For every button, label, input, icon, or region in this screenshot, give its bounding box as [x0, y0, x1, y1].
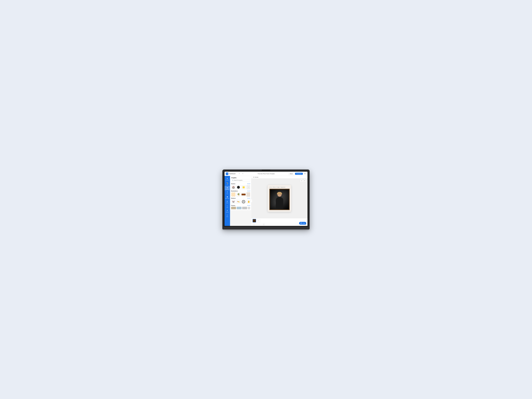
search-icon: 🔍: [232, 180, 233, 181]
animate-bar: Animate: [251, 176, 308, 178]
frame-item-2[interactable]: [237, 207, 241, 209]
background-label: Background: [225, 198, 229, 199]
vector-arrow[interactable]: ▷: [247, 185, 250, 190]
hand-icon: 🤚: [247, 200, 250, 203]
sidebar-item-uploads[interactable]: ⬆ Uploads: [224, 209, 230, 213]
frames-see-all[interactable]: See all: [247, 205, 250, 206]
top-bar-center: Free Arts Photo Frame Template: [244, 173, 288, 174]
illustrations-see-all[interactable]: See all: [247, 190, 250, 191]
sidebar-item-more[interactable]: ••• More: [224, 213, 230, 218]
illustration-dots[interactable]: [231, 192, 235, 197]
vector-star[interactable]: 🌟: [241, 185, 246, 190]
illustration-chocolate[interactable]: [241, 192, 246, 197]
more-label: More: [226, 216, 228, 217]
illustration-palm[interactable]: 🌴: [236, 192, 241, 197]
vector-castle[interactable]: 🏰: [231, 185, 235, 190]
photo-frame: [269, 189, 290, 210]
sidebar-item-templates[interactable]: ⊞ Templates: [224, 177, 230, 181]
vectors-see-all[interactable]: See all: [247, 183, 250, 184]
graphics-icon: ◈: [226, 187, 228, 189]
sidebar-item-graphics[interactable]: ◈ Graphics: [224, 186, 230, 190]
text-icon: T: [226, 191, 228, 193]
frame-item-1[interactable]: [231, 207, 236, 209]
copy-canvas-button[interactable]: ⊕: [304, 179, 306, 182]
photo-inner: [270, 189, 289, 209]
redo-button[interactable]: ↪: [241, 172, 244, 175]
undo-button[interactable]: ↩: [238, 172, 241, 175]
main-area: ⊞ Templates ✏️ Fill ◈ Graphics: [224, 176, 308, 226]
panel-title: Graphic: [230, 176, 251, 179]
animate-button[interactable]: Animate: [253, 177, 259, 178]
canvas-title: Arts Photo Frame Template: [269, 187, 289, 188]
pencil-icon: ✏️: [237, 200, 240, 203]
top-bar-right: Share Download •••: [288, 172, 306, 175]
mickey-icon: 🐭: [232, 200, 235, 203]
add-page-button[interactable]: +: [257, 219, 260, 222]
sidebar-item-fill[interactable]: ✏️ Fill: [224, 181, 230, 186]
canvas-card: Arts Photo Frame Template: [268, 185, 291, 212]
graphics-label: Graphics: [226, 189, 229, 190]
logo-label: Logo: [226, 207, 228, 208]
uploads-icon: ⬆: [226, 209, 228, 211]
thumbnail-strip: +: [251, 218, 308, 223]
stickers-see-all[interactable]: See all: [247, 198, 250, 199]
more-options-button[interactable]: •••: [304, 172, 306, 175]
vector-circle[interactable]: [236, 185, 241, 190]
divider: [237, 173, 237, 175]
uploads-label: Uploads: [226, 212, 229, 212]
illustrations-grid: 🌴 ›: [231, 192, 250, 197]
top-bar-left: T Dashboard ↩ ↪: [226, 172, 244, 175]
sticker-hand[interactable]: 🤚: [247, 200, 250, 204]
app-container: T Dashboard ↩ ↪ Free Arts Photo Frame Te…: [224, 172, 308, 226]
fill-icon: ✏️: [226, 182, 228, 184]
zoom-out-button[interactable]: −: [253, 223, 255, 225]
sidebar-item-text[interactable]: T Text: [224, 190, 230, 195]
frames-section-header: Frames See all: [231, 205, 250, 206]
canvas-area: Animate ⊡ ⊕: [251, 176, 308, 226]
document-title: Free Arts Photo Frame Template: [258, 173, 275, 174]
expand-canvas-button[interactable]: ⊡: [300, 179, 303, 182]
frame-item-4[interactable]: [248, 207, 250, 209]
search-input[interactable]: [234, 180, 249, 181]
zoom-in-button[interactable]: +: [263, 223, 265, 225]
top-bar: T Dashboard ↩ ↪ Free Arts Photo Frame Te…: [224, 172, 308, 176]
laptop-base: [224, 227, 308, 229]
download-button[interactable]: Download: [295, 173, 303, 175]
share-button[interactable]: Share: [288, 173, 294, 175]
laptop-bottom: [222, 229, 310, 229]
sticker-wheel[interactable]: [241, 200, 246, 204]
logo-icon-sidebar: ☺: [226, 205, 228, 207]
tables-label: Tables: [226, 203, 228, 203]
palm-icon: 🌴: [237, 193, 240, 196]
lightning-icon: [253, 177, 254, 178]
frame-item-3[interactable]: [242, 207, 247, 209]
dots-pattern: [231, 192, 235, 196]
templates-icon: ⊞: [226, 177, 228, 179]
person-head: [277, 192, 282, 197]
stickers-grid: 🐭 ✏️: [231, 200, 250, 204]
frames-title: Frames: [231, 205, 235, 206]
illustrations-title: Illustrations: [231, 190, 238, 192]
panel-content: Vectors See all 🏰: [230, 182, 251, 210]
chat-button[interactable]: Chat: [299, 222, 306, 225]
dashboard-link[interactable]: Dashboard: [229, 173, 235, 175]
person-figure: [274, 192, 285, 209]
illustration-extra[interactable]: [247, 192, 250, 197]
sidebar-item-logo[interactable]: ☺ Logo: [224, 204, 230, 209]
thumbnail-1[interactable]: [253, 219, 256, 222]
sidebar-item-background[interactable]: ▣ Background: [224, 195, 230, 199]
vectors-section-header: Vectors See all: [231, 183, 250, 184]
zoom-controls: − +: [253, 223, 265, 225]
zoom-slider-track: [256, 224, 262, 225]
search-bar[interactable]: 🔍: [231, 179, 250, 181]
illustrations-section-header: Illustrations See all: [231, 190, 250, 192]
screen: T Dashboard ↩ ↪ Free Arts Photo Frame Te…: [224, 172, 308, 226]
sticker-mickey[interactable]: 🐭: [231, 200, 235, 204]
sidebar-item-tables[interactable]: ⊟ Tables: [224, 200, 230, 204]
more-icon: •••: [226, 214, 228, 216]
panel-collapse-button[interactable]: ‹: [250, 199, 252, 203]
stickers-title: Stickers: [231, 198, 236, 199]
sticker-pencil[interactable]: ✏️: [236, 200, 241, 204]
thumb-preview-1: [253, 219, 256, 222]
screen-bezel: T Dashboard ↩ ↪ Free Arts Photo Frame Te…: [224, 171, 308, 227]
